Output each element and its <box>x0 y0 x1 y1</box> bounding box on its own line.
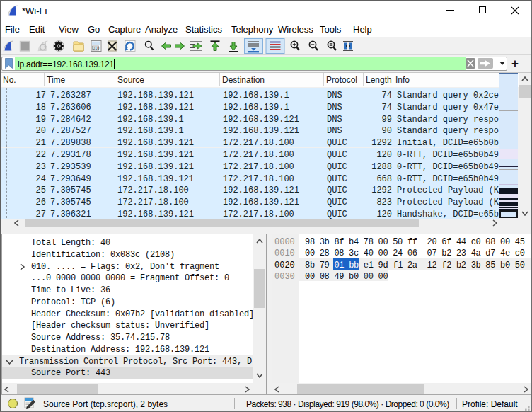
svg-text:010: 010 <box>93 46 99 50</box>
